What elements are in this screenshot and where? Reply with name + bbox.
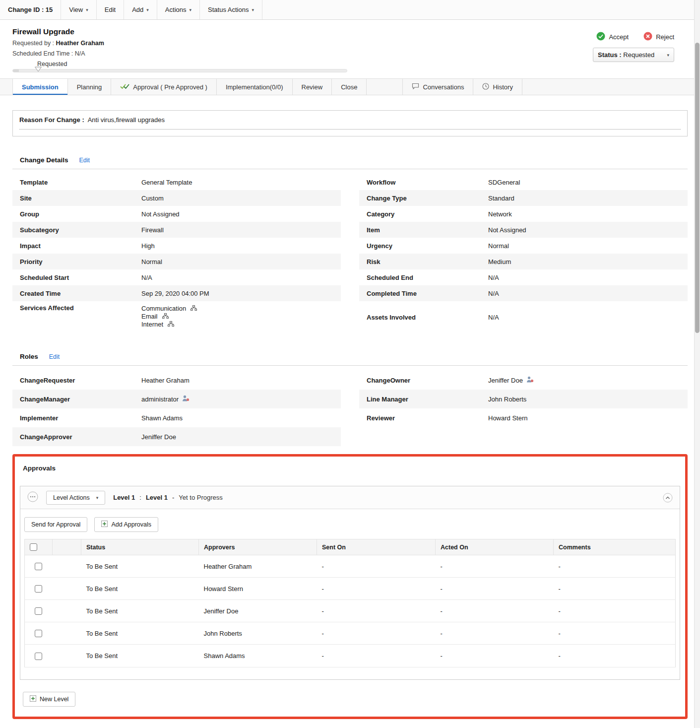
role-value: Jeniffer Doe [488, 377, 523, 384]
tab-planning[interactable]: Planning [68, 79, 112, 95]
status-dropdown[interactable]: Status : Requested ▾ [593, 48, 674, 62]
roles-edit-link[interactable]: Edit [49, 353, 60, 360]
roles-grid: ChangeRequester Heather Graham ChangeMan… [12, 371, 688, 446]
level-menu-icon[interactable] [27, 491, 38, 504]
tab-implementation[interactable]: Implementation(0/0) [217, 79, 293, 95]
role-label: ChangeManager [12, 396, 141, 403]
menu-actions-label: Actions [165, 6, 187, 13]
field-label: Impact [12, 242, 141, 250]
reject-button[interactable]: Reject [643, 32, 674, 42]
new-level-button[interactable]: New Level [23, 692, 75, 707]
tab-history[interactable]: History [473, 79, 522, 95]
detail-row: Completed Time N/A [359, 285, 688, 301]
role-value: Shawn Adams [141, 414, 183, 422]
reason-label: Reason For Change : [19, 116, 84, 124]
field-value: N/A [488, 274, 499, 281]
role-label: Reviewer [359, 414, 488, 422]
field-label: Scheduled Start [12, 274, 141, 281]
reason-value: Anti virus,firewall upgrades [88, 116, 165, 124]
approval-row: To Be Sent Heather Graham - - - [25, 555, 676, 578]
divider [12, 169, 688, 169]
field-value: Normal [488, 242, 509, 250]
sent-on-value: - [317, 622, 436, 645]
approver-name: Jeniffer Doe [199, 600, 317, 622]
user-icon[interactable] [526, 376, 534, 384]
comments-value: - [554, 645, 676, 667]
add-approvals-button[interactable]: Add Approvals [94, 517, 158, 532]
tab-close[interactable]: Close [332, 79, 367, 95]
sent-on-value: - [317, 578, 436, 600]
approver-name: Shawn Adams [199, 645, 317, 667]
approval-actions: Send for Approval Add Approvals [24, 517, 676, 532]
vertical-scrollbar[interactable] [694, 0, 700, 728]
field-value: Normal [141, 258, 162, 265]
requested-by-label: Requested by : [12, 40, 54, 47]
tab-planning-label: Planning [77, 83, 102, 91]
role-value: administrator [141, 396, 179, 403]
change-id-text: Change ID : 15 [8, 6, 53, 13]
field-value: General Template [141, 179, 192, 186]
menu-status-actions-label: Status Actions [208, 6, 249, 13]
tab-approval[interactable]: Approval ( Pre Approved ) [111, 79, 217, 95]
acted-on-value: - [436, 622, 554, 645]
approver-name: Heather Graham [199, 555, 317, 578]
level-actions-button[interactable]: Level Actions ▾ [46, 491, 105, 505]
collapse-level-icon[interactable] [663, 493, 673, 503]
plus-icon [101, 521, 108, 529]
menu-actions[interactable]: Actions ▾ [157, 0, 200, 19]
menu-edit[interactable]: Edit [97, 0, 124, 19]
role-row: Implementer Shawn Adams [12, 408, 341, 427]
approver-name: Howard Stern [199, 578, 317, 600]
caret-down-icon: ▾ [252, 7, 254, 12]
menu-view[interactable]: View ▾ [61, 0, 96, 19]
detail-row: Item Not Assigned [359, 222, 688, 238]
caret-down-icon: ▾ [146, 7, 149, 12]
field-label: Risk [359, 258, 488, 265]
acted-on-value: - [436, 600, 554, 622]
top-menu-bar: Change ID : 15 View ▾ Edit Add ▾ Actions… [0, 0, 700, 20]
role-label: Implementer [12, 414, 141, 422]
role-value: John Roberts [488, 396, 526, 403]
change-details-edit-link[interactable]: Edit [79, 157, 90, 164]
services-affected-row: Services Affected Communication Email In… [12, 301, 341, 331]
sitemap-icon[interactable] [191, 305, 197, 312]
service-name: Communication [141, 305, 186, 312]
accept-icon [596, 32, 605, 42]
role-value-wrap: administrator [141, 395, 190, 403]
requested-by: Requested by : Heather Graham [12, 40, 688, 47]
stage-marker-icon[interactable] [34, 66, 42, 73]
sitemap-icon[interactable] [162, 313, 169, 320]
send-for-approval-button[interactable]: Send for Approval [24, 517, 87, 532]
level-colon: : [139, 494, 141, 501]
status-dropdown-value: Requested [623, 51, 654, 59]
row-checkbox[interactable] [35, 585, 42, 593]
stage-indicator: Requested [12, 60, 688, 72]
role-row: ChangeApprover Jeniffer Doe [12, 427, 341, 446]
approval-status: To Be Sent [81, 578, 199, 600]
sent-on-value: - [317, 555, 436, 578]
row-checkbox[interactable] [35, 607, 42, 615]
row-checkbox[interactable] [35, 563, 42, 570]
comments-value: - [554, 555, 676, 578]
menu-status-actions[interactable]: Status Actions ▾ [200, 0, 262, 19]
stage-progress-track[interactable] [12, 69, 347, 72]
accept-button[interactable]: Accept [596, 32, 629, 42]
tab-submission[interactable]: Submission [12, 79, 68, 95]
tab-conversations[interactable]: Conversations [402, 79, 473, 95]
scrollbar-thumb[interactable] [695, 43, 700, 333]
user-icon[interactable] [182, 395, 190, 403]
row-checkbox[interactable] [35, 630, 42, 637]
row-checkbox[interactable] [35, 653, 42, 660]
column-acted-on: Acted On [436, 539, 554, 555]
tab-approval-label: Approval ( Pre Approved ) [133, 83, 207, 91]
sitemap-icon[interactable] [168, 321, 174, 328]
detail-row: Template General Template [12, 174, 341, 190]
new-level-label: New Level [40, 696, 68, 703]
reject-icon [643, 32, 652, 42]
header-actions: Accept Reject [596, 32, 674, 42]
select-all-checkbox[interactable] [30, 543, 37, 551]
detail-row: Priority Normal [12, 254, 341, 269]
field-label: Change Type [359, 195, 488, 202]
tab-review[interactable]: Review [293, 79, 332, 95]
menu-add[interactable]: Add ▾ [124, 0, 157, 19]
